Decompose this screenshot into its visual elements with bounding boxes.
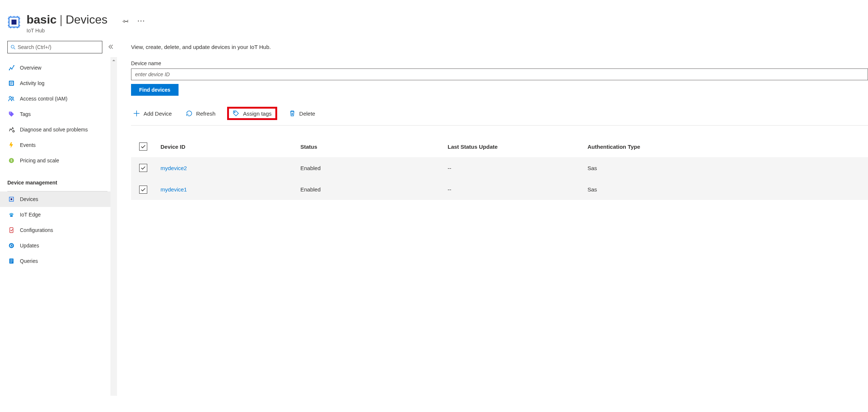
svg-point-15 — [140, 21, 141, 22]
device-status: Enabled — [300, 165, 448, 171]
sidebar-item-activity-log[interactable]: Activity log — [7, 75, 115, 91]
svg-text:$: $ — [10, 159, 12, 163]
table-header-row: Device ID Status Last Status Update Auth… — [131, 136, 868, 157]
refresh-button[interactable]: Refresh — [184, 109, 218, 118]
sidebar-item-iot-edge[interactable]: IoT Edge — [7, 207, 115, 222]
svg-rect-38 — [10, 228, 13, 233]
sidebar-search[interactable] — [7, 41, 102, 53]
iot-hub-icon — [7, 15, 21, 29]
diagnose-icon — [8, 126, 15, 133]
tag-icon — [233, 110, 239, 117]
svg-point-17 — [11, 45, 14, 48]
page-title: basic | Devices — [27, 13, 107, 26]
page-name: Devices — [66, 13, 107, 26]
iot-edge-icon — [8, 211, 15, 218]
device-name-label: Device name — [131, 60, 868, 66]
sidebar-item-label: Access control (IAM) — [20, 96, 67, 102]
svg-point-14 — [138, 21, 139, 22]
col-last-status-update[interactable]: Last Status Update — [448, 144, 588, 150]
sidebar-item-label: Pricing and scale — [20, 158, 59, 163]
device-auth-type: Sas — [588, 165, 727, 171]
sidebar-item-devices[interactable]: Devices — [0, 191, 115, 207]
sidebar-item-label: Queries — [20, 258, 38, 264]
table-row: mydevice2 Enabled -- Sas — [131, 157, 868, 179]
svg-point-20 — [10, 67, 11, 68]
sidebar-item-label: Overview — [20, 65, 41, 71]
select-all-checkbox[interactable] — [139, 142, 147, 151]
page-header: basic | Devices IoT Hub — [0, 0, 868, 34]
device-id-input[interactable] — [131, 68, 868, 80]
pin-button[interactable] — [122, 18, 129, 24]
overview-icon — [8, 64, 15, 71]
sidebar-item-tags[interactable]: Tags — [7, 106, 115, 122]
plus-icon — [133, 110, 140, 117]
find-devices-button[interactable]: Find devices — [131, 84, 179, 96]
svg-rect-1 — [11, 20, 17, 25]
sidebar-item-configurations[interactable]: Configurations — [7, 222, 115, 238]
refresh-icon — [186, 110, 193, 117]
trash-icon — [289, 110, 296, 117]
sidebar-item-overview[interactable]: Overview — [7, 60, 115, 75]
main-content: View, create, delete, and update devices… — [115, 41, 868, 269]
events-icon — [8, 142, 15, 148]
page-description: View, create, delete, and update devices… — [131, 44, 868, 50]
search-input[interactable] — [18, 44, 99, 50]
sidebar-item-label: IoT Edge — [20, 212, 41, 218]
sidebar-item-access-control-iam-[interactable]: Access control (IAM) — [7, 91, 115, 106]
delete-button[interactable]: Delete — [287, 109, 317, 118]
devices-table: Device ID Status Last Status Update Auth… — [131, 136, 868, 200]
col-device-id[interactable]: Device ID — [160, 144, 300, 150]
col-status[interactable]: Status — [300, 144, 448, 150]
row-checkbox[interactable] — [139, 164, 147, 172]
more-button[interactable] — [138, 20, 144, 22]
queries-icon — [8, 258, 15, 264]
svg-rect-35 — [11, 198, 13, 200]
tags-icon — [8, 111, 15, 117]
device-status: Enabled — [300, 186, 448, 193]
configurations-icon — [8, 227, 15, 233]
device-auth-type: Sas — [588, 186, 727, 193]
svg-point-46 — [234, 112, 235, 113]
assign-tags-button[interactable]: Assign tags — [227, 107, 277, 120]
table-row: mydevice1 Enabled -- Sas — [131, 179, 868, 200]
device-id-link[interactable]: mydevice1 — [160, 186, 300, 193]
header-actions — [122, 18, 144, 24]
nav-section-device-management: Device management — [7, 175, 115, 190]
collapse-sidebar-button[interactable] — [107, 43, 115, 52]
col-auth-type[interactable]: Authentication Type — [588, 144, 727, 150]
device-last-update: -- — [448, 165, 588, 171]
activity-log-icon — [8, 80, 15, 87]
sidebar-item-events[interactable]: Events — [7, 137, 115, 153]
svg-point-22 — [13, 65, 14, 66]
devices-icon — [8, 196, 15, 203]
header-title-group: basic | Devices IoT Hub — [27, 13, 107, 34]
row-checkbox[interactable] — [139, 186, 147, 194]
svg-line-18 — [14, 48, 15, 49]
access-control-icon — [8, 95, 15, 102]
sidebar-item-pricing-and-scale[interactable]: $Pricing and scale — [7, 153, 115, 168]
sidebar-item-queries[interactable]: Queries — [7, 253, 115, 269]
sidebar-item-updates[interactable]: Updates — [7, 238, 115, 253]
add-device-button[interactable]: Add Device — [131, 109, 174, 118]
svg-point-31 — [13, 130, 14, 132]
svg-point-16 — [143, 21, 144, 22]
sidebar-item-label: Diagnose and solve problems — [20, 127, 88, 133]
svg-point-28 — [9, 96, 11, 99]
sidebar-item-label: Events — [20, 142, 36, 148]
scroll-up-icon[interactable] — [110, 57, 117, 64]
search-icon — [11, 45, 15, 50]
toolbar: Add Device Refresh Assign tags Delete — [131, 107, 868, 126]
device-id-link[interactable]: mydevice2 — [160, 165, 300, 171]
pricing-icon: $ — [8, 157, 15, 164]
resource-name: basic — [27, 13, 57, 26]
svg-point-29 — [12, 97, 14, 99]
svg-point-21 — [11, 68, 13, 70]
sidebar-item-label: Activity log — [20, 80, 45, 86]
svg-point-36 — [9, 213, 13, 216]
sidebar-item-diagnose-and-solve-problems[interactable]: Diagnose and solve problems — [7, 122, 115, 137]
svg-rect-37 — [10, 215, 13, 216]
device-last-update: -- — [448, 186, 588, 193]
svg-point-19 — [9, 69, 10, 70]
sidebar-scrollbar[interactable] — [110, 57, 117, 396]
sidebar-item-label: Tags — [20, 111, 31, 117]
